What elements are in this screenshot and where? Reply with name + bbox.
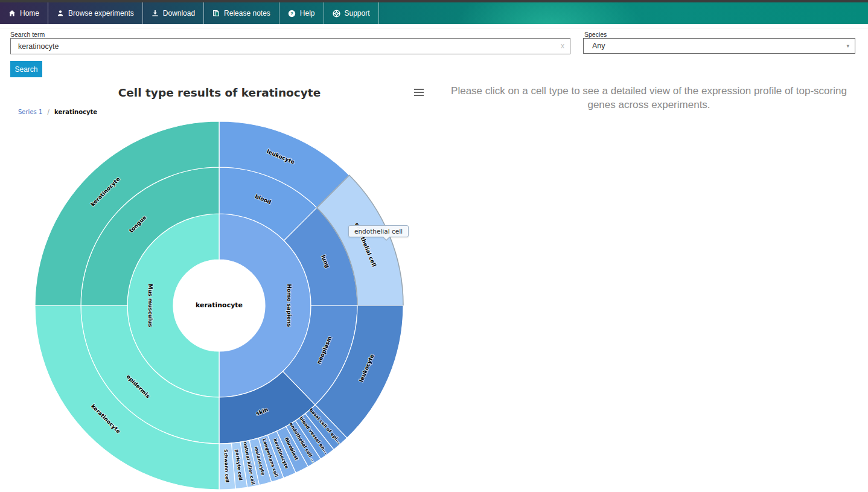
search-input[interactable]: [10, 38, 570, 54]
home-icon: [8, 10, 16, 17]
svg-text:?: ?: [290, 11, 293, 16]
species-selected-value: Any: [592, 42, 605, 50]
nav-item-label: Release notes: [224, 9, 270, 18]
breadcrumb: Series 1 / keratinocyte: [18, 109, 97, 115]
sunburst-chart: Homo sapiensMus musculusbloodlungneoplas…: [0, 118, 441, 492]
species-label: Species: [584, 31, 607, 38]
nav-item-home[interactable]: Home: [0, 2, 48, 24]
chevron-down-icon: ▾: [846, 43, 849, 49]
instruction-message: Please click on a cell type to see a det…: [450, 84, 848, 112]
nav-item-help[interactable]: ? Help: [279, 2, 324, 24]
search-form: Search term x Species Any ▾ Search: [0, 28, 868, 82]
chart-menu-icon[interactable]: [414, 89, 424, 96]
support-icon: [333, 10, 340, 18]
nav-item-browse-experiments[interactable]: Browse experiments: [48, 2, 143, 24]
nav-item-label: Browse experiments: [68, 9, 134, 18]
breadcrumb-series-link[interactable]: Series 1: [18, 109, 42, 115]
search-button[interactable]: Search: [10, 61, 42, 77]
nav-item-label: Download: [163, 9, 195, 18]
nav-item-label: Home: [20, 9, 39, 18]
app-root: Home Browse experiments Download Release…: [0, 0, 868, 492]
search-term-label: Search term: [10, 31, 45, 38]
help-icon: ?: [288, 10, 296, 18]
clear-search-icon[interactable]: x: [561, 42, 564, 50]
browse-experiments-icon: [57, 10, 64, 17]
segment-tooltip: endothelial cell: [348, 225, 409, 237]
nav-item-label: Support: [345, 9, 370, 18]
chart-title: Cell type results of keratinocyte: [0, 86, 439, 99]
download-icon: [152, 10, 159, 17]
release-notes-icon: [212, 10, 220, 17]
breadcrumb-current: keratinocyte: [54, 109, 97, 115]
breadcrumb-separator: /: [47, 109, 49, 115]
nav-item-label: Help: [300, 9, 315, 18]
nav-item-release-notes[interactable]: Release notes: [204, 2, 279, 24]
nav-item-download[interactable]: Download: [143, 2, 204, 24]
nav-item-support[interactable]: Support: [324, 2, 379, 24]
top-nav: Home Browse experiments Download Release…: [0, 2, 868, 24]
sunburst-center[interactable]: [173, 260, 265, 351]
species-select[interactable]: Any ▾: [583, 38, 855, 54]
